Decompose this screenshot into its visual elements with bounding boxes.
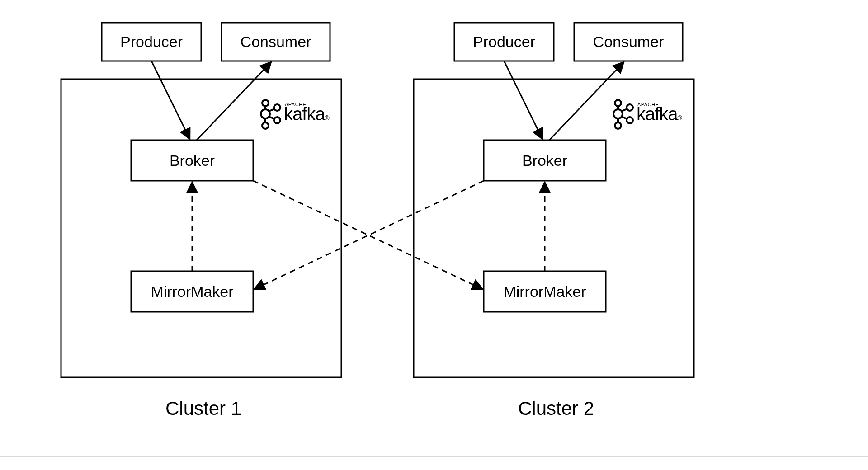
mirrormaker-label-2: MirrorMaker — [484, 271, 606, 312]
kafka-logo-2 — [613, 100, 633, 129]
kafka-brand-big-1: kafka® — [284, 104, 329, 124]
broker-label-2: Broker — [484, 140, 606, 181]
svg-point-3 — [274, 104, 280, 111]
svg-point-10 — [613, 109, 623, 118]
kafka-brand-big-2: kafka® — [637, 104, 682, 124]
svg-line-8 — [269, 117, 274, 119]
arrow-broker-to-consumer-2 — [549, 62, 624, 140]
arrow-broker-to-consumer-1 — [197, 62, 271, 140]
kafka-brand-mark-1: ® — [325, 114, 329, 122]
svg-line-7 — [269, 109, 274, 111]
kafka-brand-text-1: kafka — [284, 104, 325, 124]
cluster-2-label: Cluster 2 — [488, 398, 624, 419]
consumer-label-1: Consumer — [222, 23, 330, 61]
svg-point-9 — [615, 100, 621, 106]
svg-line-16 — [622, 109, 627, 111]
kafka-logo-1 — [261, 100, 280, 129]
mirrormaker-label-1: MirrorMaker — [131, 271, 253, 312]
arrow-broker1-to-mirrormaker2 — [253, 181, 483, 289]
svg-point-13 — [627, 117, 633, 123]
diagram-stage: Producer Consumer Broker MirrorMaker APA… — [0, 0, 868, 470]
kafka-brand-mark-2: ® — [678, 114, 682, 122]
producer-label-2: Producer — [454, 23, 554, 61]
svg-point-11 — [615, 122, 621, 129]
arrow-broker2-to-mirrormaker1 — [254, 181, 484, 289]
arrow-producer-to-broker-2 — [504, 61, 542, 139]
svg-point-1 — [261, 109, 270, 118]
svg-point-2 — [262, 122, 269, 129]
producer-label-1: Producer — [102, 23, 201, 61]
svg-point-4 — [274, 117, 280, 123]
svg-point-12 — [627, 104, 633, 111]
svg-line-17 — [622, 117, 627, 119]
svg-point-0 — [262, 100, 269, 106]
broker-label-1: Broker — [131, 140, 253, 181]
kafka-brand-text-2: kafka — [637, 104, 678, 124]
cluster-1-label: Cluster 1 — [136, 398, 271, 419]
consumer-label-2: Consumer — [574, 23, 683, 61]
diagram-svg — [0, 0, 868, 470]
arrow-producer-to-broker-1 — [151, 61, 190, 139]
